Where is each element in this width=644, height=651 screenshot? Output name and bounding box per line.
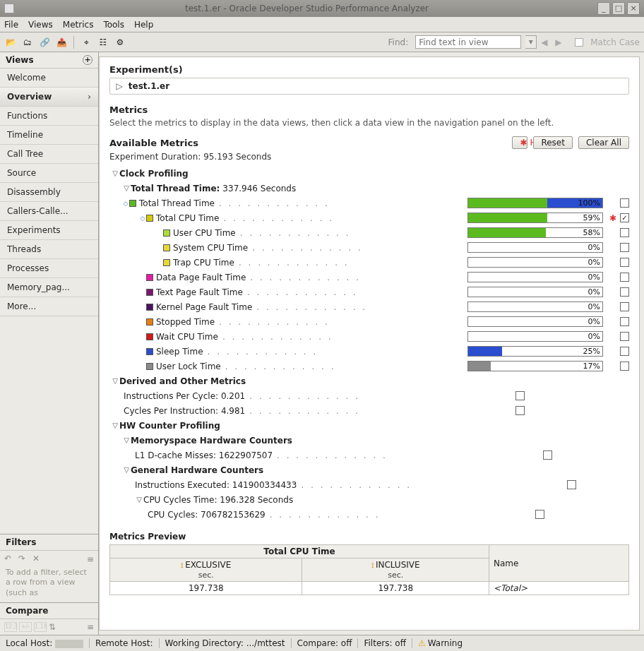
- compare-mode-3[interactable]: 1.1X: [34, 622, 47, 632]
- close-button[interactable]: ×: [627, 2, 640, 15]
- experiment-toggle-icon[interactable]: ▷: [116, 81, 123, 91]
- matchcase-checkbox[interactable]: [575, 38, 583, 47]
- compare-mode-2[interactable]: +/-: [19, 622, 32, 632]
- metric-label: 337.946 Seconds: [222, 184, 296, 193]
- menu-file[interactable]: File: [4, 20, 18, 30]
- sidebar-item-callers-calle-[interactable]: Callers-Calle...: [0, 202, 98, 221]
- columns-icon[interactable]: ☷: [97, 36, 109, 49]
- metric-checkbox[interactable]: [620, 317, 629, 326]
- metric-checkbox[interactable]: [620, 243, 629, 252]
- maximize-button[interactable]: □: [612, 2, 625, 15]
- sidebar-item-call-tree[interactable]: Call Tree: [0, 145, 98, 164]
- compare-menu-icon[interactable]: ≡: [87, 622, 94, 632]
- caret-icon[interactable]: [111, 169, 119, 177]
- metric-checkbox[interactable]: [620, 362, 629, 371]
- metric-row[interactable]: User CPU Time . . . . . . . . . . . . 58…: [109, 225, 629, 240]
- metric-checkbox[interactable]: [620, 273, 629, 282]
- metric-checkbox[interactable]: [620, 287, 629, 297]
- metric-row[interactable]: Text Page Fault Time . . . . . . . . . .…: [109, 285, 629, 299]
- preview-name-hdr: Name: [489, 545, 629, 582]
- sidebar: Views + WelcomeOverviewFunctionsTimeline…: [0, 52, 99, 635]
- metric-row[interactable]: Total CPU Time . . . . . . . . . . . . 5…: [109, 210, 629, 225]
- metric-checkbox[interactable]: [515, 406, 525, 415]
- filter-delete-icon[interactable]: ✕: [32, 554, 44, 565]
- caret-icon[interactable]: [122, 436, 131, 444]
- metric-checkbox[interactable]: [620, 213, 629, 222]
- metric-row[interactable]: Kernel Page Fault Time . . . . . . . . .…: [109, 299, 629, 314]
- menu-metrics[interactable]: Metrics: [63, 20, 94, 30]
- color-swatch: [146, 333, 153, 340]
- settings-gear-icon[interactable]: ⚙: [114, 36, 126, 49]
- sidebar-item-welcome[interactable]: Welcome: [0, 68, 98, 88]
- add-view-button[interactable]: +: [83, 55, 93, 65]
- clearall-button[interactable]: Clear All: [578, 136, 629, 149]
- metric-checkbox[interactable]: [620, 198, 629, 208]
- sidebar-item-timeline[interactable]: Timeline: [0, 126, 98, 145]
- menu-tools[interactable]: Tools: [103, 20, 124, 30]
- hot-button[interactable]: Hot: [512, 136, 527, 149]
- experiment-row[interactable]: ▷ test.1.er: [109, 78, 629, 95]
- find-next-icon[interactable]: ▶: [555, 37, 565, 47]
- combine-icon[interactable]: 🗂: [21, 36, 34, 49]
- metric-row[interactable]: Instructions Executed: 141900334433 . . …: [109, 477, 629, 492]
- metric-row[interactable]: Stopped Time . . . . . . . . . . . . 0%: [109, 314, 629, 329]
- node-toggle-icon[interactable]: [139, 215, 146, 222]
- status-working-dir: Working Directory: .../mttest: [159, 638, 285, 648]
- metric-row[interactable]: Data Page Fault Time . . . . . . . . . .…: [109, 270, 629, 285]
- metric-row[interactable]: User Lock Time . . . . . . . . . . . . 1…: [109, 359, 629, 374]
- status-warning[interactable]: Warning: [412, 638, 463, 648]
- metric-row[interactable]: Sleep Time . . . . . . . . . . . . 25%: [109, 344, 629, 359]
- reset-button[interactable]: Reset: [533, 136, 573, 149]
- sidebar-item-source[interactable]: Source: [0, 164, 98, 183]
- find-dropdown[interactable]: ▾: [525, 35, 537, 49]
- caret-icon[interactable]: [135, 496, 143, 503]
- minimize-button[interactable]: _: [597, 2, 610, 15]
- metric-row[interactable]: Trap CPU Time . . . . . . . . . . . . 0%: [109, 255, 629, 270]
- metric-row[interactable]: Cycles Per Instruction: 4.981 . . . . . …: [109, 403, 629, 418]
- compare-mode-1[interactable]: 12.3: [4, 622, 17, 632]
- metric-checkbox[interactable]: [620, 332, 629, 341]
- find-prev-icon[interactable]: ◀: [541, 37, 551, 47]
- caret-icon[interactable]: [111, 377, 119, 385]
- metric-row[interactable]: L1 D-cache Misses: 1622907507 . . . . . …: [109, 448, 629, 462]
- menu-views[interactable]: Views: [28, 20, 53, 30]
- metric-row[interactable]: System CPU Time . . . . . . . . . . . . …: [109, 240, 629, 255]
- metric-row[interactable]: Total Thread Time . . . . . . . . . . . …: [109, 196, 629, 210]
- titlebar: test.1.er - Oracle Developer Studio Perf…: [0, 0, 644, 17]
- caret-icon[interactable]: [122, 466, 131, 474]
- filter-icon[interactable]: ⌖: [80, 36, 93, 49]
- metric-row[interactable]: Instructions Per Cycle: 0.201 . . . . . …: [109, 388, 629, 403]
- metric-row[interactable]: CPU Cycles: 706782153629 . . . . . . . .…: [109, 507, 629, 522]
- sidebar-item-overview[interactable]: Overview: [0, 88, 98, 107]
- caret-icon[interactable]: [111, 422, 119, 429]
- export-icon[interactable]: 📤: [55, 36, 68, 49]
- open-experiment-icon[interactable]: 📂: [4, 36, 17, 49]
- sidebar-item-experiments[interactable]: Experiments: [0, 221, 98, 240]
- metric-checkbox[interactable]: [620, 347, 629, 356]
- sidebar-item-functions[interactable]: Functions: [0, 107, 98, 126]
- metric-checkbox[interactable]: [543, 450, 552, 460]
- find-input[interactable]: [415, 35, 521, 49]
- compare-swap-icon[interactable]: ⇅: [49, 622, 56, 632]
- filter-redo-icon[interactable]: ↷: [18, 554, 30, 565]
- sidebar-item-processes[interactable]: Processes: [0, 259, 98, 278]
- metric-row[interactable]: Wait CPU Time . . . . . . . . . . . . 0%: [109, 329, 629, 344]
- sidebar-item-more-[interactable]: More...: [0, 297, 98, 316]
- filter-undo-icon[interactable]: ↶: [4, 554, 16, 565]
- metric-checkbox[interactable]: [620, 258, 629, 267]
- available-metrics-title: Available Metrics: [109, 138, 198, 148]
- sidebar-item-memory-pag-[interactable]: Memory_pag...: [0, 278, 98, 297]
- metric-checkbox[interactable]: [620, 228, 629, 237]
- metric-bar: 100%: [467, 198, 603, 208]
- filter-menu-icon[interactable]: ≡: [87, 554, 94, 564]
- connect-icon[interactable]: 🔗: [38, 36, 51, 49]
- metric-checkbox[interactable]: [515, 391, 525, 400]
- metric-checkbox[interactable]: [567, 480, 576, 489]
- menu-help[interactable]: Help: [134, 20, 153, 30]
- caret-icon[interactable]: [122, 184, 131, 192]
- sidebar-item-disassembly[interactable]: Disassembly: [0, 183, 98, 202]
- node-toggle-icon[interactable]: [122, 200, 129, 207]
- metric-checkbox[interactable]: [535, 510, 544, 519]
- metric-checkbox[interactable]: [620, 302, 629, 311]
- sidebar-item-threads[interactable]: Threads: [0, 240, 98, 259]
